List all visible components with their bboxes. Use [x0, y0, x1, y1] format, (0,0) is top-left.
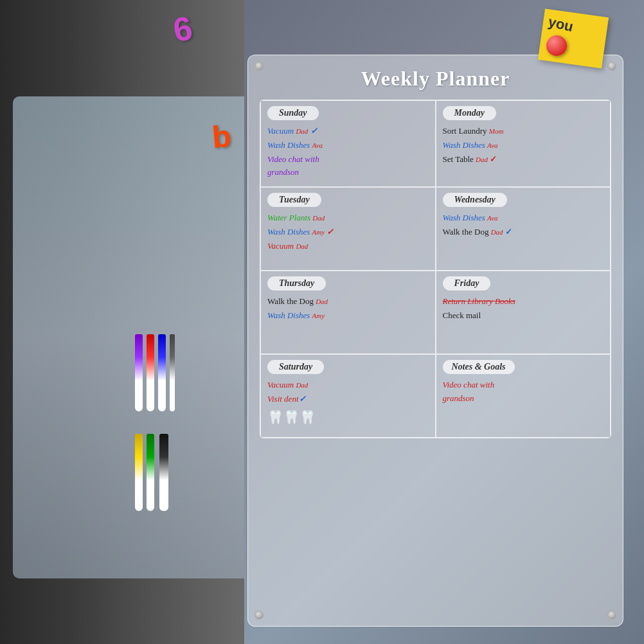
day-header-thursday: Thursday [267, 276, 326, 291]
day-cell-friday: Friday Return Library Books Check mail [436, 271, 611, 354]
marker-red [147, 334, 154, 411]
day-header-tuesday: Tuesday [267, 193, 321, 207]
day-header-friday: Friday [443, 276, 491, 291]
day-cell-thursday: Thursday Walk the Dog Dad Wash Dishes Am… [260, 271, 436, 354]
marker-purple [135, 334, 143, 411]
planner-grid: Sunday Vacuum Dad ✓ Wash Dishes Ava Vide… [260, 100, 611, 438]
planner-title: Weekly Planner [260, 67, 611, 91]
day-header-monday: Monday [443, 106, 496, 120]
day-header-saturday: Saturday [267, 360, 324, 374]
marker-blue [158, 334, 166, 411]
task-monday-3: Set Table Dad ✓ [443, 153, 604, 166]
marker-thin [170, 334, 175, 411]
screw-top-left [255, 62, 264, 71]
task-thursday-1: Walk the Dog Dad [267, 295, 429, 309]
day-cell-notes: Notes & Goals Video chat withgrandson [436, 354, 611, 438]
day-cell-tuesday: Tuesday Water Plants Dad Wash Dishes Amy… [260, 187, 436, 271]
day-cell-monday: Monday Sort Laundry Mom Wash Dishes Ava … [436, 100, 611, 187]
task-thursday-2: Wash Dishes Amy [267, 309, 429, 323]
task-notes-1: Video chat withgrandson [443, 379, 604, 406]
task-saturday-2: Visit dent✓ [267, 393, 429, 406]
task-sunday-3: Video chat withgrandson [267, 153, 429, 180]
sticky-note-text: you [546, 13, 575, 35]
task-monday-2: Wash Dishes Ava [443, 139, 604, 152]
marker-green [147, 434, 154, 511]
task-monday-1: Sort Laundry Mom [443, 125, 604, 138]
person-silhouette [13, 96, 244, 578]
day-header-sunday: Sunday [267, 106, 319, 120]
task-friday-1: Return Library Books [443, 295, 604, 309]
task-tuesday-1: Water Plants Dad [267, 211, 429, 225]
task-tuesday-2: Wash Dishes Amy ✓ [267, 226, 429, 239]
task-tuesday-3: Vacuum Dad [267, 240, 429, 253]
marker-yellow [135, 434, 143, 511]
day-header-wednesday: Wednesday [443, 193, 507, 207]
task-sunday-1: Vacuum Dad ✓ [267, 125, 429, 138]
marker-black [159, 434, 168, 511]
task-sunday-2: Wash Dishes Ava [267, 139, 429, 152]
magnet-letter-b: b [211, 118, 233, 155]
day-cell-saturday: Saturday Vacuum Dad Visit dent✓ 🦷🦷🦷 [260, 354, 436, 438]
weekly-planner-board: Weekly Planner Sunday Vacuum Dad ✓ Wash … [247, 55, 623, 627]
task-wednesday-2: Walk the Dog Dad ✓ [443, 226, 604, 239]
tooth-decoration: 🦷🦷🦷 [267, 409, 316, 425]
day-cell-wednesday: Wednesday Wash Dishes Ava Walk the Dog D… [436, 187, 611, 271]
task-saturday-1: Vacuum Dad [267, 379, 429, 392]
task-wednesday-1: Wash Dishes Ava [443, 211, 604, 225]
day-cell-sunday: Sunday Vacuum Dad ✓ Wash Dishes Ava Vide… [260, 100, 436, 187]
screw-bottom-right [607, 611, 616, 620]
task-friday-2: Check mail [443, 309, 604, 323]
screw-top-right [607, 62, 616, 71]
notes-header: Notes & Goals [443, 360, 515, 374]
magnet-red-circle [546, 35, 567, 56]
screw-bottom-left [255, 611, 264, 620]
